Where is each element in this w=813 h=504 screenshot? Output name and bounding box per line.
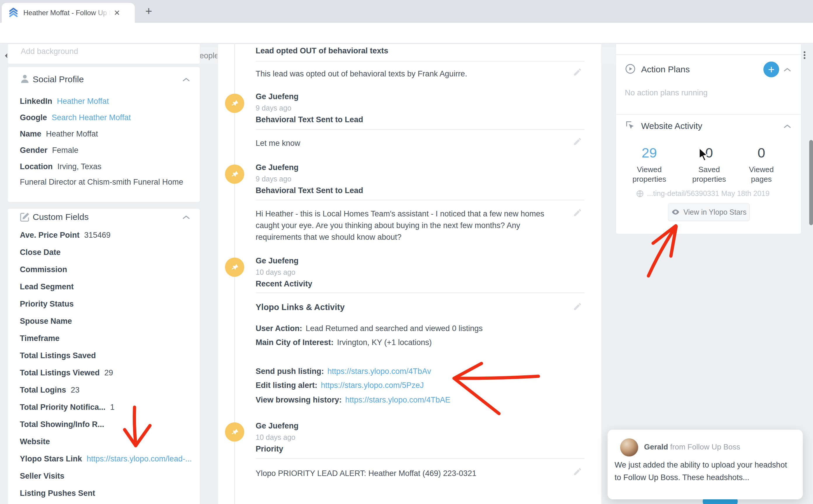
custom-field-row: Commission: [8, 261, 200, 278]
custom-field-row: Total Showing/Info R...: [8, 416, 200, 433]
custom-fields-title: Custom Fields: [33, 212, 89, 222]
saved-properties-stat: 0 Savedproperties: [680, 145, 738, 184]
view-in-ylopo-stars-button[interactable]: View in Ylopo Stars: [668, 203, 750, 221]
add-action-plan-button[interactable]: +: [763, 62, 779, 77]
ylopo-links-activity-title: Ylopo Links & Activity: [256, 302, 584, 312]
view-browsing-history-row: View browsing history:https://stars.ylop…: [256, 395, 584, 405]
add-background-placeholder[interactable]: Add background: [21, 47, 78, 56]
social-profile-bio: Funeral Director at Chism-smith Funeral …: [20, 178, 183, 187]
custom-field-row: Seller Visits: [8, 468, 200, 485]
custom-fields-section: Custom Fields Ave. Price Point315469 Clo…: [7, 208, 200, 504]
viewed-properties-stat: 29 Viewedproperties: [620, 145, 679, 184]
custom-field-row: Ylopo Stars Linkhttps://stars.ylopo.com/…: [8, 450, 200, 468]
social-row: Gender Female: [8, 142, 200, 158]
tab-title-fade: [93, 9, 111, 17]
linkedin-link[interactable]: Heather Moffat: [57, 97, 109, 106]
divider: [616, 114, 801, 115]
timeline-panel: Lead opted OUT of behavioral texts This …: [217, 44, 602, 504]
viewed-pages-stat: 0 Viewedpages: [732, 145, 791, 184]
custom-field-row: Total Listings Saved: [8, 347, 200, 364]
divider: [256, 129, 585, 130]
edit-pencil-icon[interactable]: [573, 67, 582, 77]
note-let-me-know: Let me know: [256, 137, 558, 149]
no-action-plans-text: No action plans running: [625, 88, 708, 97]
divider: [256, 458, 585, 459]
pin-icon: [225, 94, 244, 113]
custom-field-row: Priority Status: [8, 295, 200, 313]
timeline-entry: Ge Juefeng 9 days ago Behavioral Text Se…: [256, 163, 584, 195]
collapse-chevron-icon[interactable]: [784, 124, 791, 129]
new-tab-button[interactable]: +: [145, 5, 152, 18]
event-title: Lead opted OUT of behavioral texts: [256, 46, 584, 55]
followupboss-favicon: [8, 8, 19, 18]
pin-icon: [225, 165, 244, 184]
ylopo-stars-link[interactable]: https://stars.ylopo.com/lead-...: [87, 454, 192, 463]
person-icon: [19, 73, 30, 84]
notification-toast[interactable]: Gerald from Follow Up Boss We just added…: [608, 430, 803, 499]
close-tab-icon[interactable]: ✕: [114, 9, 120, 17]
main-city-row: Main City of Interest:Irvington, KY (+1 …: [256, 338, 584, 347]
tab-title: Heather Moffat - Follow Up Bo: [23, 9, 111, 17]
website-activity-icon: [625, 120, 636, 131]
website-activity-title: Website Activity: [641, 121, 702, 131]
play-circle-icon: [625, 63, 636, 74]
view-browsing-history-link[interactable]: https://stars.ylopo.com/4TbAE: [345, 395, 450, 404]
edit-pencil-icon[interactable]: [573, 467, 582, 476]
custom-field-row: Spouse Name: [8, 313, 200, 330]
edit-square-icon: [19, 211, 30, 223]
custom-field-row: Website: [8, 433, 200, 450]
custom-field-row: Listing Pushes Sent: [8, 485, 200, 502]
note-opt-out: This lead was opted out of behavioral te…: [256, 68, 558, 80]
social-profile-section: Social Profile LinkedIn Heather Moffat G…: [7, 67, 200, 202]
globe-icon: [636, 190, 644, 198]
scrollbar-thumb[interactable]: [809, 140, 813, 225]
pin-icon: [225, 422, 244, 442]
custom-field-row: Total Listings Viewed29: [8, 364, 200, 381]
custom-field-row: Total Priority Notifica...1: [8, 399, 200, 416]
gerald-avatar: [620, 438, 638, 456]
browser-tab[interactable]: Heather Moffat - Follow Up Bo ✕: [2, 3, 135, 23]
divider: [616, 54, 801, 55]
custom-field-row: Ave. Price Point315469: [8, 227, 200, 244]
send-push-listing-link[interactable]: https://stars.ylopo.com/4TbAv: [327, 367, 431, 376]
edit-listing-alert-link[interactable]: https://stars.ylopo.com/5PzeJ: [321, 381, 424, 390]
note-hi-heather: Hi Heather - this is Local Homes Team's …: [256, 208, 552, 243]
custom-field-row: Total Logins23: [8, 381, 200, 399]
divider: [256, 200, 585, 200]
edit-listing-alert-row: Edit listing alert:https://stars.ylopo.c…: [256, 381, 584, 390]
send-push-listing-row: Send push listing:https://stars.ylopo.co…: [256, 367, 584, 376]
edit-pencil-icon[interactable]: [573, 137, 582, 146]
collapse-chevron-icon[interactable]: [784, 67, 791, 72]
google-search-link[interactable]: Search Heather Moffat: [52, 113, 131, 122]
note-priority-alert: Ylopo PRIORITY LEAD ALERT: Heather Moffa…: [256, 468, 558, 479]
background-section: Add background: [7, 44, 200, 64]
timeline-entry: Ge Juefeng 10 days ago Priority: [256, 421, 584, 454]
custom-field-row: Timeframe: [8, 330, 200, 347]
collapse-chevron-icon[interactable]: [182, 215, 190, 220]
browser-tab-bar: Heather Moffat - Follow Up Bo ✕ +: [0, 0, 813, 23]
right-panel: Action Plans + No action plans running W…: [616, 44, 801, 234]
pin-icon: [225, 258, 244, 277]
timeline-entry: Ge Juefeng 9 days ago Behavioral Text Se…: [256, 92, 584, 124]
social-row: LinkedIn Heather Moffat: [8, 93, 200, 109]
social-profile-title: Social Profile: [33, 74, 84, 84]
action-plans-title: Action Plans: [641, 64, 690, 74]
browser-toolbar: https://ylopo.followupboss.com/2/people/…: [0, 23, 813, 43]
collapse-chevron-icon[interactable]: [182, 77, 190, 82]
divider: [256, 293, 585, 293]
social-row: Name Heather Moffat: [8, 126, 200, 142]
divider: [256, 61, 585, 62]
social-row: Google Search Heather Moffat: [8, 109, 200, 126]
edit-pencil-icon[interactable]: [573, 302, 582, 311]
edit-pencil-icon[interactable]: [573, 208, 582, 217]
custom-field-row: Lead Segment: [8, 278, 200, 295]
toast-body: We just added the ability to upload your…: [615, 459, 794, 484]
toast-title: Gerald from Follow Up Boss: [644, 442, 740, 451]
eye-icon: [671, 208, 680, 216]
user-action-row: User Action:Lead Returned and searched a…: [256, 324, 584, 333]
last-visited-page: ...ting-detail/56390331 May 18th 2019: [616, 189, 789, 198]
custom-field-row: Close Date: [8, 244, 200, 261]
timeline-entry: Ge Juefeng 10 days ago Recent Activity: [256, 256, 584, 288]
social-row: Location Irving, Texas: [8, 158, 200, 175]
